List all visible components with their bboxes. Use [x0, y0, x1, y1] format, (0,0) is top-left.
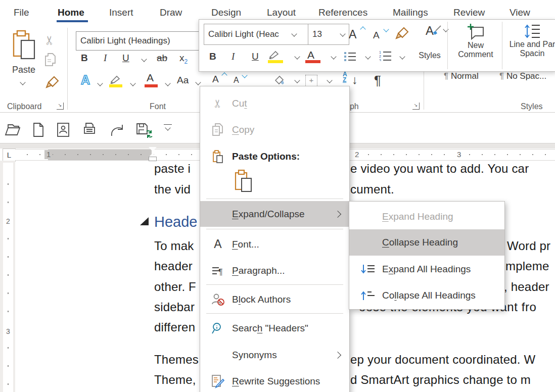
tab-design[interactable]: Design: [211, 7, 241, 18]
submenu-item-collapse-all-headings[interactable]: Collapse All Headings: [349, 282, 504, 308]
menu-item-font[interactable]: A Font...: [200, 231, 349, 257]
highlight-pen-icon[interactable]: [109, 74, 122, 84]
group-separator: [67, 28, 68, 110]
left-indent-marker[interactable]: [149, 157, 156, 161]
font-color-button[interactable]: A: [147, 72, 154, 84]
mini-font-color-dropdown-icon[interactable]: [331, 54, 336, 59]
mini-numbering-icon[interactable]: 123: [379, 50, 392, 61]
grow-font-button[interactable]: A: [212, 74, 219, 85]
highlight-dropdown-icon[interactable]: [130, 80, 135, 86]
tab-layout[interactable]: Layout: [267, 7, 296, 18]
print-preview-icon[interactable]: [82, 122, 97, 137]
underline-dropdown-icon[interactable]: [141, 56, 147, 62]
tab-selector[interactable]: L: [3, 149, 16, 162]
submenu-item-expand-heading[interactable]: Expand Heading: [349, 204, 504, 229]
submenu-arrow-icon: [334, 351, 341, 358]
change-case-dropdown-icon[interactable]: [195, 79, 201, 85]
format-painter-icon[interactable]: [44, 76, 60, 91]
tab-draw[interactable]: Draw: [160, 7, 182, 18]
tab-mailings[interactable]: Mailings: [393, 7, 428, 18]
paste-button[interactable]: [10, 29, 37, 62]
paste-dropdown-icon[interactable]: [20, 79, 25, 85]
shrink-font-caret-icon: [383, 26, 389, 32]
menu-item-copy[interactable]: Copy: [200, 117, 349, 142]
shrink-font-button[interactable]: A: [234, 76, 239, 85]
menu-item-cut[interactable]: ✂ Cut: [200, 90, 349, 116]
mini-underline-button[interactable]: U: [252, 51, 259, 62]
tab-view[interactable]: View: [510, 7, 530, 18]
collapse-heading-triangle-icon[interactable]: [140, 217, 149, 225]
style-no-spacing[interactable]: ¶ No Spac...: [499, 71, 546, 81]
menu-item-search[interactable]: Search "Headers": [200, 315, 349, 341]
mini-numbering-dropdown-icon[interactable]: [399, 54, 405, 59]
strikethrough-button[interactable]: ab: [157, 53, 167, 64]
tab-references[interactable]: References: [318, 7, 367, 18]
mini-font-size-combo[interactable]: 13: [308, 24, 349, 45]
bold-button[interactable]: B: [81, 53, 88, 64]
pilcrow-button[interactable]: ¶: [374, 73, 381, 88]
borders-dropdown-icon[interactable]: [327, 77, 332, 83]
mini-bold-button[interactable]: B: [209, 51, 216, 62]
subscript-button[interactable]: x2: [179, 53, 188, 65]
tab-review[interactable]: Review: [453, 7, 485, 18]
tab-insert[interactable]: Insert: [109, 7, 133, 18]
font-name-dropdown-icon[interactable]: [291, 31, 297, 36]
menu-item-expand-collapse[interactable]: Expand/Collapse: [200, 201, 349, 227]
shading-bucket-icon[interactable]: [273, 74, 285, 86]
menu-item-paragraph[interactable]: ¶ Paragraph...: [200, 258, 349, 283]
sort-button[interactable]: AZ: [343, 72, 347, 83]
paste-keep-source-formatting-button[interactable]: [234, 169, 254, 195]
paste-clipboard-icon: [10, 29, 37, 60]
doc-text: Themes: [154, 353, 199, 367]
styles-button[interactable]: A Styles: [414, 24, 445, 60]
mini-italic-button[interactable]: I: [232, 51, 235, 62]
shading-dropdown-icon[interactable]: [294, 77, 300, 83]
doc-text: cument.: [350, 182, 394, 197]
cut-icon[interactable]: ✂: [42, 35, 57, 45]
new-document-icon[interactable]: [31, 122, 45, 137]
underline-button[interactable]: U: [122, 53, 129, 64]
submenu-item-collapse-heading[interactable]: Collapse Heading: [349, 229, 504, 256]
menu-item-synonyms[interactable]: Synonyms: [200, 342, 349, 368]
contacts-icon[interactable]: [56, 122, 71, 137]
line-spacing-button[interactable]: Line and Par Spacin: [506, 23, 555, 58]
menu-item-rewrite-suggestions[interactable]: Rewrite Suggestions: [200, 368, 349, 392]
mini-bullets-dropdown-icon[interactable]: [365, 54, 371, 59]
italic-button[interactable]: I: [104, 53, 107, 64]
search-icon: [209, 322, 226, 335]
new-comment-button[interactable]: New Comment: [451, 23, 500, 59]
mini-highlight-dropdown-icon[interactable]: [294, 54, 300, 59]
mini-font-color-button[interactable]: A: [307, 49, 314, 61]
style-normal[interactable]: ¶ Normal: [444, 71, 479, 81]
menu-item-block-authors[interactable]: Block Authors: [200, 286, 349, 312]
mini-highlight-pen-icon[interactable]: [268, 49, 281, 59]
font-a-icon: A: [209, 237, 226, 251]
paste-label[interactable]: Paste: [9, 65, 38, 75]
mini-font-name-combo[interactable]: Calibri Light (Heac: [204, 24, 309, 45]
ribbon-font-name-combo[interactable]: Calibri Light (Headings): [76, 31, 206, 51]
save-sync-icon[interactable]: [135, 122, 154, 138]
font-color-dropdown-icon[interactable]: [165, 80, 170, 86]
font-size-dropdown-icon[interactable]: [340, 31, 345, 36]
tab-file[interactable]: File: [14, 7, 29, 18]
vertical-ruler[interactable]: 2 3: [3, 163, 13, 392]
mini-grow-font-button[interactable]: A: [349, 28, 356, 41]
copy-icon[interactable]: [44, 53, 58, 68]
mini-bullets-icon[interactable]: [344, 51, 357, 61]
block-authors-icon: [209, 293, 226, 306]
redo-icon[interactable]: [109, 122, 125, 137]
vertical-ruler-number-2: 2: [5, 217, 12, 225]
borders-button[interactable]: +: [305, 75, 317, 87]
paragraph-dialog-launcher-icon[interactable]: ↘: [412, 103, 420, 110]
text-effects-dropdown-icon[interactable]: [97, 80, 103, 86]
text-effects-button[interactable]: A: [81, 73, 90, 87]
open-folder-icon[interactable]: [4, 122, 21, 137]
tab-home[interactable]: Home: [58, 7, 84, 18]
submenu-item-expand-all-headings[interactable]: Expand All Headings: [349, 256, 504, 282]
clipboard-dialog-launcher-icon[interactable]: ↘: [57, 103, 64, 110]
mini-shrink-font-button[interactable]: A: [373, 30, 380, 41]
more-commands-chevron-icon[interactable]: [165, 125, 170, 130]
change-case-button[interactable]: Aa: [177, 75, 189, 86]
rewrite-suggestions-icon: [209, 374, 226, 388]
mini-format-painter-icon[interactable]: [394, 27, 409, 42]
